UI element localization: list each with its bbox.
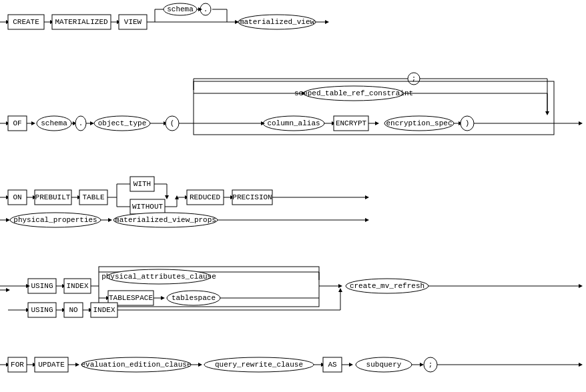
svg-text:UPDATE: UPDATE bbox=[38, 361, 65, 369]
svg-text:materialized_view: materialized_view bbox=[240, 18, 315, 26]
svg-text:column_alias: column_alias bbox=[267, 119, 320, 127]
svg-text:INDEX: INDEX bbox=[93, 306, 115, 314]
svg-text:physical_properties: physical_properties bbox=[13, 216, 97, 224]
MATERIALIZED-label: MATERIALIZED bbox=[55, 18, 108, 26]
svg-text:subquery: subquery bbox=[366, 361, 402, 369]
svg-text:schema: schema bbox=[41, 119, 67, 127]
svg-text:FOR: FOR bbox=[11, 361, 24, 369]
svg-text:physical_attributes_clause: physical_attributes_clause bbox=[101, 273, 216, 281]
svg-text:scoped_table_ref_constraint: scoped_table_ref_constraint bbox=[294, 89, 413, 97]
svg-text:TABLE: TABLE bbox=[82, 193, 104, 201]
svg-text:OF: OF bbox=[13, 119, 21, 127]
svg-text:NO: NO bbox=[69, 306, 78, 314]
svg-text:;: ; bbox=[428, 361, 433, 369]
syntax-diagram: CREATE MATERIALIZED VIEW schema . materi… bbox=[0, 0, 586, 392]
svg-text:WITHOUT: WITHOUT bbox=[132, 203, 164, 211]
svg-text:): ) bbox=[465, 119, 470, 127]
svg-text:schema: schema bbox=[167, 5, 194, 13]
svg-text:WITH: WITH bbox=[133, 180, 151, 188]
svg-text:USING: USING bbox=[31, 306, 53, 314]
svg-text:query_rewrite_clause: query_rewrite_clause bbox=[215, 361, 303, 369]
svg-text:PRECISION: PRECISION bbox=[232, 193, 272, 201]
svg-text:encryption_spec: encryption_spec bbox=[386, 119, 452, 127]
svg-text:(: ( bbox=[170, 119, 175, 127]
svg-text:USING: USING bbox=[31, 282, 53, 290]
svg-text:materialized_view_props: materialized_view_props bbox=[115, 216, 216, 224]
svg-text:.: . bbox=[204, 5, 208, 13]
svg-text:AS: AS bbox=[328, 361, 337, 369]
svg-text:tablespace: tablespace bbox=[172, 294, 216, 302]
svg-text:create_mv_refresh: create_mv_refresh bbox=[350, 282, 424, 290]
CREATE-label: CREATE bbox=[13, 18, 39, 26]
svg-text:PREBUILT: PREBUILT bbox=[35, 193, 71, 201]
svg-text:ON: ON bbox=[13, 193, 21, 201]
svg-text:TABLESPACE: TABLESPACE bbox=[109, 294, 153, 302]
svg-text:INDEX: INDEX bbox=[66, 282, 88, 290]
svg-text:object_type: object_type bbox=[98, 119, 147, 127]
svg-text:REDUCED: REDUCED bbox=[190, 193, 221, 201]
svg-text:evaluation_edition_clause: evaluation_edition_clause bbox=[81, 361, 191, 369]
VIEW-label: VIEW bbox=[124, 18, 142, 26]
svg-text:ENCRYPT: ENCRYPT bbox=[336, 119, 367, 127]
svg-text:.: . bbox=[79, 119, 83, 127]
